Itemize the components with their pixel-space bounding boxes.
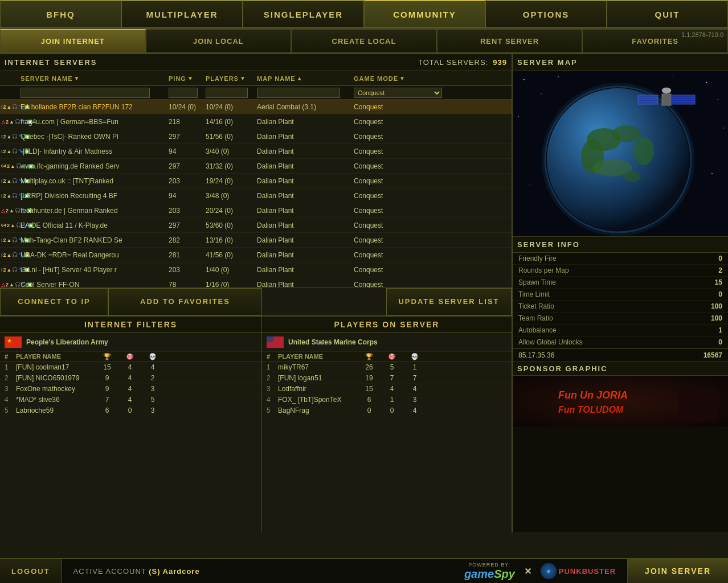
svg-text:Fun Un JORIA: Fun Un JORIA xyxy=(558,389,628,401)
list-item[interactable]: 3 FoxOne mathockey 9 4 3 xyxy=(0,384,261,395)
filter-server-name[interactable] xyxy=(21,88,150,98)
list-item[interactable]: 2 [FUN] NICO6501979 9 4 2 xyxy=(0,373,261,384)
col-num-2: # xyxy=(267,353,278,360)
svg-point-2 xyxy=(541,93,542,95)
col-game-mode[interactable]: GAME MODE ▼ xyxy=(351,75,454,82)
list-item[interactable]: 4 *MAD* slive36 7 4 5 xyxy=(0,395,261,405)
sub-nav-create-local[interactable]: CREATE LOCAL xyxy=(291,29,437,53)
table-row[interactable]: △2▲🎧🐾▣ frag4u.com | German=BBS=Fun 218 1… xyxy=(0,114,512,129)
col-deaths-2: 💀 xyxy=(403,353,426,360)
sub-nav-join-local[interactable]: JOIN LOCAL xyxy=(146,29,292,53)
table-row[interactable]: I2▲🎧🐾▣ Quebec -|TsC|- Ranked OWN Pl 297 … xyxy=(0,129,512,144)
server-icons: I2▲🎧🐾▣ xyxy=(0,267,18,273)
nav-multiplayer[interactable]: MULTIPLAYER xyxy=(121,0,243,28)
sub-nav-rent-server[interactable]: RENT SERVER xyxy=(437,29,583,53)
sub-nav-join-internet[interactable]: JOIN INTERNET xyxy=(0,29,146,53)
nav-bfhq[interactable]: BFHQ xyxy=(0,0,121,28)
list-item[interactable]: 1 [FUN] coolman17 15 4 4 xyxy=(0,362,261,373)
server-table-header: SERVER NAME ▼ PING ▼ PLAYERS ▼ MAP NAME … xyxy=(0,71,512,86)
server-mode: Conquest xyxy=(351,251,454,259)
list-item[interactable]: 5 BagNFrag 0 0 4 xyxy=(262,405,512,416)
server-map-cell: Dalian Plant xyxy=(255,133,351,141)
connect-to-ip-button[interactable]: CONNECT TO IP xyxy=(0,288,108,315)
server-ping: 78 xyxy=(166,281,203,288)
list-item[interactable]: 5 Labrioche59 6 0 3 xyxy=(0,405,261,416)
server-icons: 642▲🎧🐾▣ xyxy=(0,223,18,228)
bottom-section: INTERNET FILTERS People's Liberation Arm… xyxy=(0,316,512,533)
filter-row: Conquest Assault Rush xyxy=(0,86,512,100)
nav-singleplayer[interactable]: SINGLEPLAYER xyxy=(243,0,364,28)
server-ping: 297 xyxy=(166,221,203,229)
col-players[interactable]: PLAYERS ▼ xyxy=(203,75,255,82)
list-item[interactable]: 2 [FUN] logan51 19 7 7 xyxy=(262,373,512,384)
server-map-cell: Dalian Plant xyxy=(255,192,351,200)
team1-name: People's Liberation Army xyxy=(26,338,108,346)
table-row[interactable]: I2▲🎧🐾▣ UBA-DK =RDR= Real Dangerou 281 41… xyxy=(0,248,512,262)
table-row[interactable]: I 2 ▲ 🎧 🐾 ▣ EA hollande BF2R cian BF2FUN… xyxy=(0,100,512,114)
server-name: Cool Server FF-ON xyxy=(18,281,166,288)
svg-point-4 xyxy=(717,99,718,100)
filter-players[interactable] xyxy=(206,88,248,98)
server-mode: Conquest xyxy=(351,281,454,288)
table-row[interactable]: I2▲🎧🐾▣ -|TLD|- Infantry & Air Madness 94… xyxy=(0,144,512,159)
server-name: www.ifc-gaming.de Ranked Serv xyxy=(18,162,166,170)
list-item[interactable]: 1 mikyTR67 26 5 1 xyxy=(262,362,512,373)
filter-ping[interactable] xyxy=(169,88,198,98)
server-map-cell: Dalian Plant xyxy=(255,162,351,170)
col-map-name[interactable]: MAP NAME ▲ xyxy=(255,75,351,82)
server-players: 19/24 (0) xyxy=(203,177,255,185)
nav-community[interactable]: COMMUNITY xyxy=(364,0,485,28)
cross-icon: ✕ xyxy=(524,566,531,577)
punkbuster: ● PUNKBUSTER xyxy=(541,563,616,579)
nav-quit[interactable]: QUIT xyxy=(607,0,728,28)
table-row[interactable]: I2▲🎧🐾▣ Multiplay.co.uk :: [TNT]Ranked 20… xyxy=(0,174,512,188)
server-rows[interactable]: I 2 ▲ 🎧 🐾 ▣ EA hollande BF2R cian BF2FUN… xyxy=(0,100,512,288)
list-item[interactable]: 3 Lodfaffnir 15 4 4 xyxy=(262,384,512,395)
server-name: Multiplay.co.uk :: [TNT]Ranked xyxy=(18,177,166,185)
col-player-name-2: PLAYER NAME xyxy=(278,353,358,360)
info-friendly-fire: Friendly Fire 0 xyxy=(513,253,728,265)
filter-game-mode[interactable]: Conquest Assault Rush xyxy=(354,88,442,98)
info-team-ratio: Team Ratio 100 xyxy=(513,313,728,325)
server-icons: I 2 ▲ 🎧 🐾 ▣ xyxy=(0,104,18,110)
server-name: UBA-DK =RDR= Real Dangerou xyxy=(18,251,166,259)
col-kd-2: 🎯 xyxy=(381,353,403,360)
add-to-favorites-button[interactable]: ADD TO FAVORITES xyxy=(108,288,262,315)
col-server-name[interactable]: SERVER NAME ▼ xyxy=(18,75,166,82)
server-icons: I2▲🎧🐾▣ xyxy=(0,193,18,199)
total-servers-section: TOTAL SERVERS: 939 xyxy=(418,58,507,67)
total-servers-label: TOTAL SERVERS: xyxy=(418,58,488,67)
svg-point-9 xyxy=(558,76,559,77)
update-server-list-button[interactable]: UPDATE SERVER LIST xyxy=(386,288,512,315)
logout-button[interactable]: LOGOUT xyxy=(0,559,62,583)
server-map-cell: Dalian Plant xyxy=(255,251,351,259)
left-panel: INTERNET SERVERS TOTAL SERVERS: 939 SERV… xyxy=(0,54,513,532)
server-mode: Conquest xyxy=(351,177,454,185)
bottom-logos: POWERED BY: gameSpy ✕ ● PUNKBUSTER xyxy=(453,562,627,581)
table-row[interactable]: I2▲🎧🐾▣ Muh-Tang-Clan BF2 RANKED Se 282 1… xyxy=(0,233,512,248)
col-ping[interactable]: PING ▼ xyxy=(166,75,203,82)
info-time-limit: Time Limit 0 xyxy=(513,289,728,301)
col-kd: 🎯 xyxy=(118,353,141,360)
sort-arrow-map: ▲ xyxy=(297,75,303,81)
table-row[interactable]: 642▲🎧🐾▣ www.ifc-gaming.de Ranked Serv 29… xyxy=(0,159,512,174)
filter-map[interactable] xyxy=(257,88,340,98)
server-icons: △2▲🎧🐾▣ xyxy=(0,119,18,125)
svg-point-18 xyxy=(624,171,641,182)
table-row[interactable]: △2▲🎧🐾▣ techhunter.de | German Ranked 203… xyxy=(0,203,512,218)
col-score: 🏆 xyxy=(96,353,118,360)
table-row[interactable]: 642▲🎧🐾▣ EA DE Official 11 / K-Play.de 29… xyxy=(0,218,512,233)
nav-options[interactable]: OPTIONS xyxy=(485,0,607,28)
svg-point-14 xyxy=(612,125,641,142)
table-row[interactable]: I2▲🎧🐾▣ i3d.nl - [HuT] Server 40 Player r… xyxy=(0,262,512,277)
join-server-button[interactable]: JOIN SERVER xyxy=(627,559,728,583)
list-item[interactable]: 4 FOX_ [TbT]SponTeX 6 1 3 xyxy=(262,395,512,405)
table-row[interactable]: I2▲🎧🐾▣ [LRRP] Division Recruiting 4 BF 9… xyxy=(0,188,512,203)
server-icons: I2▲🎧🐾▣ xyxy=(0,237,18,243)
svg-point-12 xyxy=(547,88,689,231)
table-row[interactable]: △2▲🎧🐾▣ Cool Server FF-ON 78 1/16 (0) Dal… xyxy=(0,277,512,288)
server-mode: Conquest xyxy=(351,192,454,200)
active-account: ACTIVE ACCOUNT (S) Aardcore xyxy=(62,567,453,576)
info-spawn-time: Spawn Time 15 xyxy=(513,277,728,289)
svg-text:Fun TOLUDOM: Fun TOLUDOM xyxy=(558,405,624,414)
